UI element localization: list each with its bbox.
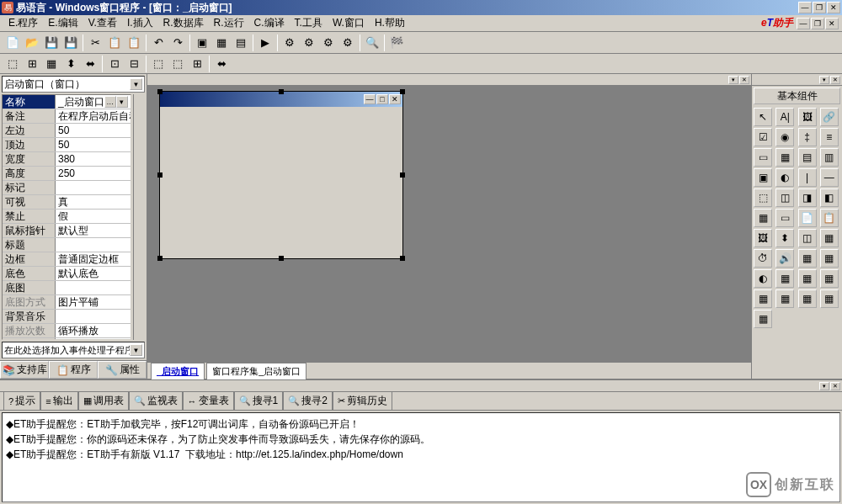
panel-menu-icon[interactable]: ▾ <box>819 382 829 390</box>
form-minimize-icon[interactable]: — <box>364 94 376 104</box>
property-row[interactable]: 背景音乐 <box>3 310 131 324</box>
output-tab[interactable]: ✂剪辑历史 <box>333 391 392 411</box>
property-value[interactable] <box>56 281 131 294</box>
child-restore-button[interactable]: ❐ <box>811 18 824 29</box>
component-button[interactable]: ▦ <box>798 289 817 308</box>
component-button[interactable]: ▦ <box>754 310 772 328</box>
output-tab[interactable]: 🔍搜寻2 <box>283 391 333 411</box>
component-button[interactable]: ▦ <box>820 229 839 247</box>
scrollbar[interactable] <box>133 94 147 340</box>
property-value[interactable]: 真 <box>56 338 131 340</box>
dropdown-button[interactable]: ▾ <box>116 96 128 108</box>
panel-close-icon[interactable]: ✕ <box>830 382 840 390</box>
component-button[interactable]: ⬍ <box>775 229 794 247</box>
property-value[interactable]: 真 <box>56 195 131 209</box>
property-value[interactable]: 假 <box>56 210 131 223</box>
menu-item[interactable]: H.帮助 <box>370 15 410 30</box>
toolbar-button[interactable]: ⬌ <box>212 55 231 73</box>
property-row[interactable]: 边框普通固定边框 <box>3 252 131 267</box>
property-row[interactable]: 名称_启动窗口…▾ <box>3 95 131 109</box>
property-value[interactable]: 380 <box>56 152 131 166</box>
component-button[interactable]: ▦ <box>798 269 817 288</box>
toolbar-button[interactable]: ✂ <box>86 34 104 52</box>
menu-item[interactable]: I.插入 <box>122 15 158 30</box>
output-tab[interactable]: 🔍监视表 <box>129 391 183 411</box>
component-button[interactable]: ◧ <box>820 188 839 207</box>
form-window[interactable]: — □ ✕ <box>159 91 403 259</box>
property-row[interactable]: 备注在程序启动后自动 <box>3 109 131 124</box>
toolbar-button[interactable]: ↶ <box>149 34 168 52</box>
component-button[interactable]: ◫ <box>798 229 817 247</box>
component-button[interactable]: 🔗 <box>820 108 839 126</box>
toolbar-button[interactable]: ⬍ <box>61 55 80 73</box>
resize-handle[interactable] <box>400 172 405 178</box>
resize-handle[interactable] <box>157 172 163 178</box>
toolbar-button[interactable]: ⬌ <box>81 55 99 73</box>
menu-item[interactable]: T.工具 <box>290 15 328 30</box>
panel-close-icon[interactable]: ✕ <box>830 76 840 84</box>
component-button[interactable]: ▦ <box>820 249 839 268</box>
component-button[interactable]: ▦ <box>820 289 839 308</box>
left-tab[interactable]: 🔧属性 <box>98 361 147 379</box>
property-value[interactable] <box>56 310 131 323</box>
component-button[interactable]: ◐ <box>754 269 772 288</box>
component-button[interactable]: ⬚ <box>754 188 772 207</box>
toolbar-button[interactable]: 📋 <box>125 34 143 52</box>
property-row[interactable]: 标记 <box>3 181 131 195</box>
component-button[interactable]: ▦ <box>775 269 794 288</box>
component-button[interactable]: ◨ <box>798 188 817 207</box>
toolbar-button[interactable]: ▶ <box>256 34 274 52</box>
component-button[interactable]: ▭ <box>775 209 794 227</box>
component-button[interactable]: A| <box>775 108 794 126</box>
toolbar-button[interactable]: 💾 <box>61 34 80 52</box>
panel-menu-icon[interactable]: ▾ <box>728 76 738 84</box>
toolbar-button[interactable]: ▦ <box>42 55 61 73</box>
toolbar-button[interactable]: 🏁 <box>387 34 406 52</box>
resize-handle[interactable] <box>279 256 284 261</box>
design-surface[interactable]: — □ ✕ <box>147 86 751 362</box>
component-button[interactable]: 🔊 <box>775 249 794 268</box>
property-row[interactable]: 底图方式图片平铺 <box>3 295 131 310</box>
output-tab[interactable]: ≡输出 <box>40 391 77 411</box>
event-selector[interactable]: 在此处选择加入事件处理子程序 ▼ <box>2 342 145 358</box>
property-value[interactable]: 普通固定边框 <box>56 252 131 266</box>
toolbar-button[interactable]: ▦ <box>212 34 231 52</box>
output-tab[interactable]: ↔变量表 <box>183 391 234 411</box>
property-value[interactable] <box>56 238 131 252</box>
component-button[interactable]: ≡ <box>820 128 839 146</box>
component-button[interactable]: ▦ <box>798 249 817 268</box>
property-row[interactable]: 高度250 <box>3 167 131 181</box>
component-button[interactable]: 📄 <box>798 209 817 227</box>
toolbar-button[interactable]: ↷ <box>168 34 187 52</box>
menu-item[interactable]: R.数据库 <box>158 15 209 30</box>
property-row[interactable]: 播放次数循环播放 <box>3 324 131 338</box>
toolbar-button[interactable]: ⚙ <box>319 34 338 52</box>
component-button[interactable]: ☑ <box>754 128 772 146</box>
property-row[interactable]: 控制按钮真 <box>3 338 131 340</box>
property-value[interactable]: 50 <box>56 124 131 137</box>
toolbar-button[interactable]: ▣ <box>193 34 211 52</box>
property-value[interactable]: 循环播放 <box>56 324 131 337</box>
toolbar-button[interactable]: 💾 <box>42 34 61 52</box>
panel-menu-icon[interactable]: ▾ <box>819 76 829 84</box>
component-button[interactable]: ▣ <box>754 168 772 187</box>
property-value[interactable]: 默认底色 <box>56 267 131 280</box>
component-button[interactable]: ▭ <box>754 148 772 167</box>
form-close-icon[interactable]: ✕ <box>389 94 401 104</box>
toolbar-button[interactable]: ⊞ <box>188 55 206 73</box>
property-value[interactable]: _启动窗口…▾ <box>56 95 131 109</box>
component-button[interactable]: ▦ <box>820 269 839 288</box>
property-row[interactable]: 底图 <box>3 281 131 295</box>
toolbar-button[interactable]: ⬚ <box>3 55 22 73</box>
component-button[interactable]: ◫ <box>775 188 794 207</box>
menu-item[interactable]: C.编译 <box>249 15 290 30</box>
child-minimize-button[interactable]: — <box>797 18 810 29</box>
output-tab[interactable]: 🔍搜寻1 <box>234 391 284 411</box>
component-button[interactable]: 🖼 <box>798 108 817 126</box>
component-button[interactable]: ▦ <box>754 209 772 227</box>
property-row[interactable]: 宽度380 <box>3 152 131 167</box>
resize-handle[interactable] <box>157 89 163 94</box>
property-row[interactable]: 底色默认底色 <box>3 267 131 281</box>
menu-item[interactable]: E.程序 <box>3 15 43 30</box>
toolbar-button[interactable]: 📄 <box>3 34 22 52</box>
